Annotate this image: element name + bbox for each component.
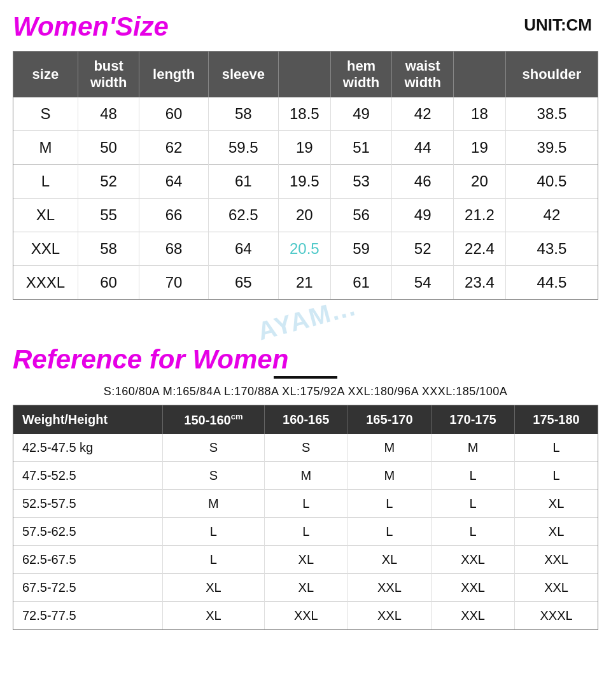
table-row: 72.5-77.5XLXXLXXLXXLXXXL (13, 601, 598, 629)
table-row: 52.5-57.5MLLLXL (13, 489, 598, 517)
table-cell: 23.4 (453, 266, 505, 300)
table-cell: L (163, 545, 265, 573)
table-cell: 42.5-47.5 kg (13, 434, 163, 462)
table-cell: 20 (278, 199, 330, 232)
table-cell: 58 (78, 232, 139, 266)
table-cell: L (515, 434, 598, 462)
table-cell: 18.5 (278, 97, 330, 131)
table-cell: M (348, 461, 431, 489)
table-row: 62.5-67.5LXLXLXXLXXL (13, 545, 598, 573)
table-cell: 19 (278, 131, 330, 165)
table-cell: XL (163, 601, 265, 629)
table-cell: S (264, 434, 348, 462)
table-cell: L (13, 165, 78, 199)
table-cell: M (264, 461, 348, 489)
table-cell: 62.5-67.5 (13, 545, 163, 573)
col-extra (453, 52, 505, 97)
table-cell: S (163, 461, 265, 489)
table-cell: XXL (431, 573, 514, 601)
wh-col-header: 160-165 (264, 405, 348, 434)
ref-underline (274, 376, 337, 379)
table-cell: XXXL (13, 266, 78, 300)
table-cell: XL (163, 573, 265, 601)
table-cell: L (163, 517, 265, 545)
table-cell: 59 (330, 232, 392, 266)
table-cell: 47.5-52.5 (13, 461, 163, 489)
table-cell: 21 (278, 266, 330, 300)
table-cell: XL (515, 489, 598, 517)
table-cell: XXL (13, 232, 78, 266)
table-cell: 52 (78, 165, 139, 199)
table-cell: M (163, 489, 265, 517)
table-cell: XXL (431, 601, 514, 629)
wh-col-header: Weight/Height (13, 405, 163, 434)
col-shoulder: shoulder (505, 52, 598, 97)
table-cell: 52 (392, 232, 454, 266)
table-cell: XL (264, 545, 348, 573)
table-cell: 61 (330, 266, 392, 300)
women-size-title: Women'Size (13, 11, 598, 42)
table-cell: 21.2 (453, 199, 505, 232)
size-table-wrapper: size bustwidth length sleeve hemwidth wa… (13, 51, 598, 300)
table-cell: 19 (453, 131, 505, 165)
col-hem-width: hemwidth (330, 52, 392, 97)
reference-section: Reference for Women S:160/80A M:165/84A … (13, 344, 598, 630)
table-cell: XXL (515, 573, 598, 601)
table-cell: XXL (431, 545, 514, 573)
table-cell: 42 (505, 199, 598, 232)
table-cell: 49 (392, 199, 454, 232)
wh-col-header: 165-170 (348, 405, 431, 434)
table-cell: 62 (139, 131, 208, 165)
reference-title: Reference for Women (13, 344, 598, 375)
table-cell: 19.5 (278, 165, 330, 199)
wh-col-header: 175-180 (515, 405, 598, 434)
table-cell: 55 (78, 199, 139, 232)
table-cell: 49 (330, 97, 392, 131)
table-cell: 58 (208, 97, 278, 131)
table-cell: L (431, 489, 514, 517)
table-cell: M (348, 434, 431, 462)
table-cell: 22.4 (453, 232, 505, 266)
wh-table-wrapper: Weight/Height150-160cm160-165165-170170-… (13, 405, 598, 630)
size-table: size bustwidth length sleeve hemwidth wa… (13, 52, 598, 299)
table-cell: 44 (392, 131, 454, 165)
table-cell: M (13, 131, 78, 165)
table-cell: S (163, 434, 265, 462)
table-cell: 43.5 (505, 232, 598, 266)
table-cell: L (348, 489, 431, 517)
col-size: size (13, 52, 78, 97)
table-row: 67.5-72.5XLXLXXLXXLXXL (13, 573, 598, 601)
table-cell: L (264, 517, 348, 545)
table-cell: 42 (392, 97, 454, 131)
table-cell: L (431, 517, 514, 545)
table-cell: XXL (348, 573, 431, 601)
table-row: 47.5-52.5SMMLL (13, 461, 598, 489)
table-row: S48605818.549421838.5 (13, 97, 598, 131)
table-cell: 20 (453, 165, 505, 199)
table-cell: 48 (78, 97, 139, 131)
table-cell: 64 (139, 165, 208, 199)
table-cell: 44.5 (505, 266, 598, 300)
table-cell: 50 (78, 131, 139, 165)
table-cell: XXL (515, 545, 598, 573)
wh-col-header: 170-175 (431, 405, 514, 434)
table-cell: 20.5 (278, 232, 330, 266)
table-cell: 39.5 (505, 131, 598, 165)
table-cell: 52.5-57.5 (13, 489, 163, 517)
wh-table: Weight/Height150-160cm160-165165-170170-… (13, 405, 598, 629)
table-cell: L (431, 461, 514, 489)
table-row: XXL58686420.5595222.443.5 (13, 232, 598, 266)
table-cell: XXL (264, 601, 348, 629)
table-row: 42.5-47.5 kgSSMML (13, 434, 598, 462)
table-cell: 54 (392, 266, 454, 300)
col-sleeve2 (278, 52, 330, 97)
table-cell: 62.5 (208, 199, 278, 232)
table-cell: 38.5 (505, 97, 598, 131)
table-cell: 60 (78, 266, 139, 300)
table-cell: 51 (330, 131, 392, 165)
table-cell: XL (13, 199, 78, 232)
table-cell: 60 (139, 97, 208, 131)
table-cell: 67.5-72.5 (13, 573, 163, 601)
table-cell: XL (348, 545, 431, 573)
table-cell: XL (515, 517, 598, 545)
